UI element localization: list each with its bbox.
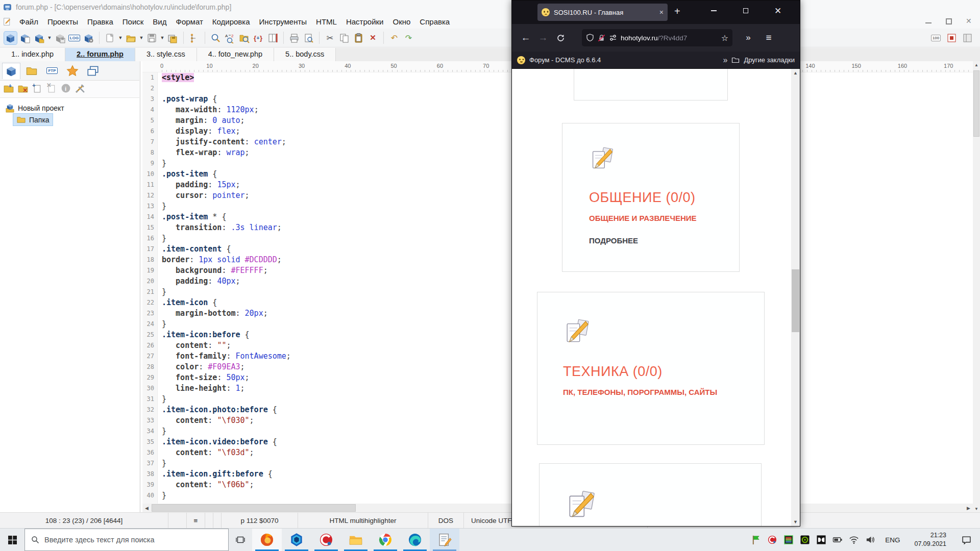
menu-item-настройки[interactable]: Настройки bbox=[341, 16, 388, 27]
file-tab-..body.css[interactable]: 5.. body.css bbox=[274, 48, 336, 61]
redo-icon[interactable]: ↷ bbox=[402, 32, 415, 44]
reload-icon[interactable] bbox=[552, 29, 569, 46]
brace-insert-icon[interactable]: {+} bbox=[252, 32, 265, 44]
url-bar[interactable]: hohotylov.ru/?Rv4dd7 ☆ bbox=[582, 29, 732, 46]
project-folder-item[interactable]: Папка bbox=[13, 114, 53, 126]
browser-maximize-button[interactable] bbox=[734, 1, 757, 21]
file-tab-..forum.php[interactable]: 2.. forum.php bbox=[65, 48, 135, 61]
tray-dolby-icon[interactable] bbox=[816, 534, 827, 545]
panel-tool-file-add-icon[interactable]: + bbox=[32, 83, 43, 96]
task-view-button[interactable] bbox=[229, 529, 252, 551]
project-root-item[interactable]: Новый проект bbox=[2, 102, 67, 114]
vscroll-thumb[interactable] bbox=[973, 70, 979, 137]
record-red-icon[interactable] bbox=[945, 32, 958, 44]
hamburger-menu-icon[interactable]: ≡ bbox=[761, 32, 776, 43]
menu-item-правка[interactable]: Правка bbox=[83, 16, 118, 27]
tree-structure-icon[interactable] bbox=[188, 32, 201, 44]
file-tab-..index.php[interactable]: 1.. index.php bbox=[0, 48, 65, 61]
panel-tab-windows-cascade-icon[interactable] bbox=[84, 63, 102, 79]
panel-tab-ftp-icon[interactable]: FTP bbox=[43, 63, 61, 79]
forum-card-partial-top[interactable] bbox=[574, 69, 728, 101]
insecure-lock-icon[interactable] bbox=[598, 34, 605, 42]
cut-icon[interactable]: ✂ bbox=[324, 32, 336, 44]
taskbar-app-edge[interactable] bbox=[400, 529, 430, 551]
browser-close-button[interactable]: ✕ bbox=[766, 1, 790, 21]
taskbar-app-shield-hex[interactable] bbox=[282, 529, 311, 551]
new-file-icon[interactable] bbox=[104, 32, 116, 44]
book-view-icon[interactable] bbox=[266, 32, 279, 44]
panel-tool-folder-add-icon[interactable]: + bbox=[3, 83, 14, 96]
forum-category-card[interactable]: ТЕХНИКА (0/0)ПК, ТЕЛЕФОНЫ, ПОРОГРАММЫ, С… bbox=[537, 292, 765, 445]
panel-tab-folder-icon[interactable] bbox=[22, 63, 41, 79]
project-cube-icon[interactable] bbox=[4, 32, 17, 44]
taskbar-app-ccleaner[interactable] bbox=[311, 529, 341, 551]
editor-close-button[interactable] bbox=[966, 18, 973, 25]
tray-volume-icon[interactable] bbox=[865, 534, 876, 545]
file-tab-..fotonew.php[interactable]: 4.. foto_new.php bbox=[197, 48, 274, 61]
panel-tool-folder-remove-icon[interactable]: ✕ bbox=[17, 83, 29, 96]
card-more-link[interactable]: ПОДРОБНЕЕ bbox=[589, 236, 729, 245]
menu-item-проекты[interactable]: Проекты bbox=[43, 16, 83, 27]
tray-battery-icon[interactable] bbox=[832, 534, 843, 545]
dropdown-caret-icon[interactable]: ▼ bbox=[160, 35, 165, 40]
menu-item-формат[interactable]: Формат bbox=[171, 16, 207, 27]
scroll-up-arrow-icon[interactable]: ▲ bbox=[973, 61, 980, 68]
save-file-icon[interactable] bbox=[145, 32, 158, 44]
action-center-button[interactable] bbox=[957, 535, 976, 545]
panel-tool-info-icon[interactable]: i bbox=[60, 83, 71, 96]
menu-item-справка[interactable]: Справка bbox=[415, 16, 454, 27]
find-in-files-icon[interactable] bbox=[238, 32, 251, 44]
permissions-sliders-icon[interactable] bbox=[609, 34, 617, 42]
scroll-down-arrow-icon[interactable]: ▼ bbox=[973, 505, 980, 512]
editor-minimize-button[interactable] bbox=[925, 18, 932, 25]
menu-item-поиск[interactable]: Поиск bbox=[118, 16, 149, 27]
taskbar-search-input[interactable]: Введите здесь текст для поиска bbox=[24, 529, 229, 551]
menu-item-вид[interactable]: Вид bbox=[148, 16, 171, 27]
project-cube-settings-icon[interactable] bbox=[82, 32, 95, 44]
forward-arrow-icon[interactable]: → bbox=[534, 29, 552, 46]
panel-tab-project-cube-icon[interactable] bbox=[2, 63, 20, 79]
hscroll-thumb[interactable] bbox=[152, 504, 356, 512]
dropdown-caret-icon[interactable]: ▼ bbox=[118, 35, 123, 40]
panel-tool-file-remove-icon[interactable]: ✕ bbox=[46, 83, 57, 96]
page-scroll-thumb[interactable] bbox=[792, 269, 799, 332]
other-bookmarks-button[interactable]: Другие закладки bbox=[744, 56, 795, 64]
scroll-right-arrow-icon[interactable]: ▶ bbox=[964, 504, 973, 512]
menu-item-инструменты[interactable]: Инструменты bbox=[255, 16, 312, 27]
taskbar-app-texteditor[interactable] bbox=[430, 529, 459, 551]
forum-category-card[interactable]: ОБЩЕНИЕ (0/0)ОБЩЕНИЕ И РАЗВЛЕЧЕНИЕПОДРОБ… bbox=[562, 123, 740, 272]
tab-close-icon[interactable]: × bbox=[659, 8, 664, 16]
tray-wifi-icon[interactable] bbox=[848, 534, 860, 545]
keyboard-language-indicator[interactable]: ENG bbox=[881, 536, 904, 544]
editor-maximize-button[interactable] bbox=[945, 18, 952, 25]
replace-icon[interactable]: A2 bbox=[224, 32, 236, 44]
browser-tab[interactable]: SOSI100.RU - Главная × bbox=[537, 4, 668, 21]
back-arrow-icon[interactable]: ← bbox=[517, 29, 534, 46]
tracking-shield-icon[interactable] bbox=[586, 34, 594, 42]
open-folder-icon[interactable] bbox=[125, 32, 137, 44]
page-scroll-down-icon[interactable]: ▼ bbox=[791, 518, 800, 526]
menu-item-html[interactable]: HTML bbox=[311, 16, 341, 27]
undo-icon[interactable]: ↶ bbox=[388, 32, 401, 44]
print-preview-icon[interactable] bbox=[302, 32, 315, 44]
log-icon[interactable]: LOG bbox=[68, 32, 81, 44]
file-tab-..style.css[interactable]: 3.. style.css bbox=[135, 48, 197, 61]
project-cube-page-icon[interactable] bbox=[18, 32, 31, 44]
scroll-left-arrow-icon[interactable]: ◀ bbox=[142, 504, 151, 512]
new-tab-button[interactable]: + bbox=[674, 6, 680, 17]
editor-vertical-scrollbar[interactable]: ▲ ▼ bbox=[973, 61, 980, 512]
print-icon[interactable] bbox=[288, 32, 301, 44]
dropdown-caret-icon[interactable]: ▼ bbox=[47, 35, 52, 40]
page-scrollbar[interactable]: ▲ ▼ bbox=[791, 69, 800, 526]
project-cube-folder-icon[interactable] bbox=[33, 32, 45, 44]
bookmark-star-icon[interactable]: ☆ bbox=[721, 33, 728, 43]
url-text[interactable]: hohotylov.ru/?Rv4dd7 bbox=[621, 34, 718, 42]
taskbar-app-firefox[interactable] bbox=[252, 529, 282, 551]
dropdown-caret-icon[interactable]: ▼ bbox=[139, 35, 144, 40]
panel-box-icon[interactable] bbox=[961, 32, 974, 44]
taskbar-app-chrome[interactable] bbox=[371, 529, 400, 551]
panel-tool-tools-icon[interactable] bbox=[75, 83, 86, 96]
browser-minimize-button[interactable] bbox=[702, 1, 725, 21]
panel-tab-star-icon[interactable] bbox=[63, 63, 82, 79]
project-cube-save-icon[interactable] bbox=[54, 32, 66, 44]
